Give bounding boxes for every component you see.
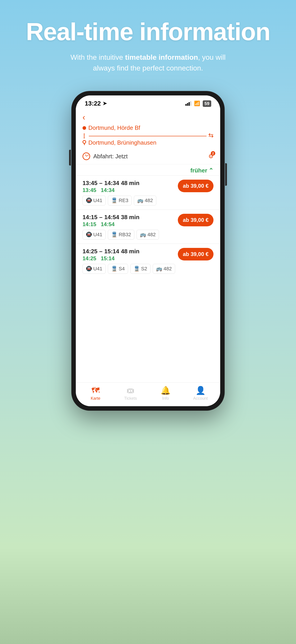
departure-left: Abfahrt: Jetzt <box>83 152 128 160</box>
realtime-arrive: 14:54 <box>101 221 114 228</box>
hero-title: Real-time information <box>0 18 296 45</box>
metro-icon: 🚇 <box>86 232 92 238</box>
connection-main-row: 13:45 – 14:34 48 min 13:45 14:34 <box>83 180 213 193</box>
bus-icon: 🚌 <box>156 266 162 272</box>
transport-label: 482 <box>145 198 153 204</box>
realtime-times: 13:45 14:34 <box>83 187 140 193</box>
signal-bar-4 <box>190 101 191 106</box>
scheduled-times: 14:15 – 14:54 38 min <box>83 214 140 221</box>
transport-tag: 🚇 U41 <box>83 230 106 240</box>
price-button[interactable]: ab 39,00 € <box>178 214 213 226</box>
pin-body <box>83 140 86 144</box>
price-button[interactable]: ab 39,00 € <box>178 180 213 192</box>
chevron-up-icon: ⌃ <box>209 167 213 174</box>
filter-badge: 2 <box>211 151 215 156</box>
stop-to-label: Dortmund, Brüninghausen <box>88 139 156 146</box>
transport-label: 482 <box>147 232 156 238</box>
dash-separator: – <box>99 248 103 255</box>
pin-stem <box>84 144 85 145</box>
connection-item[interactable]: 13:45 – 14:34 48 min 13:45 14:34 <box>76 175 220 210</box>
realtime-depart: 13:45 <box>83 187 96 193</box>
dash-separator: – <box>99 180 103 186</box>
back-button[interactable]: ‹ <box>83 113 85 122</box>
dash-2 <box>84 136 85 136</box>
connection-main-row: 14:25 – 15:14 48 min 14:25 15:14 <box>83 248 213 262</box>
clock-minute-hand <box>86 155 89 156</box>
realtime-arrive: 15:14 <box>101 255 114 262</box>
transport-label: U41 <box>93 198 102 204</box>
nav-item-karte[interactable]: 🗺 Karte <box>78 386 113 401</box>
filter-button[interactable]: ⚙ 2 <box>208 153 213 160</box>
realtime-times: 14:25 15:14 <box>83 255 140 262</box>
location-arrow-icon: ➤ <box>103 100 107 106</box>
transport-tag: 🚇 U41 <box>83 264 106 274</box>
hero-section: Real-time information With the intuitive… <box>0 0 296 82</box>
connections-list: 13:45 – 14:34 48 min 13:45 14:34 <box>76 175 220 382</box>
realtime-times: 14:15 14:54 <box>83 221 140 228</box>
signal-bar-1 <box>185 104 187 106</box>
route-header: ‹ Dortmund, Hörde Bf <box>76 109 220 148</box>
transport-tags: 🚇 U41 🚆 RE3 🚌 482 <box>83 196 213 206</box>
dash-separator: – <box>99 214 103 221</box>
arrive-time: 14:54 <box>104 214 119 221</box>
earlier-button[interactable]: früher ⌃ <box>190 167 213 174</box>
map-icon: 🗺 <box>92 386 100 395</box>
connection-times: 14:25 – 15:14 48 min 14:25 15:14 <box>83 248 140 262</box>
stop-from-label: Dortmund, Hörde Bf <box>88 124 140 131</box>
transport-tag: 🚌 482 <box>134 196 156 206</box>
duration: 48 min <box>121 248 139 255</box>
duration: 38 min <box>121 214 139 221</box>
dash-1 <box>84 134 85 135</box>
transport-label: U41 <box>93 232 102 238</box>
nav-item-account[interactable]: 👤 Account <box>183 386 218 401</box>
transport-tag: 🚌 482 <box>153 264 175 274</box>
swap-button[interactable]: ⇆ <box>208 132 213 139</box>
stop-to-row: Dortmund, Brüninghausen <box>83 139 208 146</box>
scheduled-times: 14:25 – 15:14 48 min <box>83 248 140 255</box>
connection-times: 14:15 – 14:54 38 min 14:15 14:54 <box>83 214 140 228</box>
signal-bar-3 <box>189 102 190 106</box>
transport-tags: 🚇 U41 🚆 S4 🚆 S2 <box>83 264 213 274</box>
bottom-nav: 🗺 Karte 🎟 Tickets 🔔 Info 👤 Account <box>76 382 220 406</box>
phone-mockup: 13:22 ➤ 📶 59 <box>72 92 224 410</box>
ticket-icon: 🎟 <box>127 386 135 395</box>
wifi-icon: 📶 <box>194 100 200 106</box>
arrive-time: 14:34 <box>104 180 119 186</box>
transport-label: U41 <box>93 266 102 272</box>
departure-label: Abfahrt: Jetzt <box>93 153 128 160</box>
status-bar: 13:22 ➤ 📶 59 <box>76 96 220 109</box>
arrive-time: 15:14 <box>104 248 119 255</box>
route-middle <box>83 134 208 138</box>
phone-outer: 13:22 ➤ 📶 59 <box>72 92 224 410</box>
train-icon: 🚆 <box>111 232 117 238</box>
metro-icon: 🚇 <box>86 266 92 272</box>
transport-label: RB32 <box>119 232 131 238</box>
route-row: Dortmund, Hörde Bf <box>83 124 213 146</box>
battery-indicator: 59 <box>203 100 211 107</box>
dash-3 <box>84 137 85 138</box>
nav-label-info: Info <box>162 396 169 401</box>
person-icon: 👤 <box>195 386 206 395</box>
time-display: 13:22 <box>85 100 101 107</box>
earlier-row: früher ⌃ <box>76 164 220 175</box>
train-icon: 🚆 <box>111 198 117 204</box>
nav-item-tickets[interactable]: 🎟 Tickets <box>113 386 148 401</box>
bus-icon: 🚌 <box>140 232 146 238</box>
earlier-label: früher <box>190 167 207 174</box>
connection-item[interactable]: 14:25 – 15:14 48 min 14:25 15:14 <box>76 244 220 278</box>
departure-row: Abfahrt: Jetzt ⚙ 2 <box>76 148 220 164</box>
hero-subtitle: With the intuitive timetable information… <box>70 52 226 74</box>
connection-item[interactable]: 14:15 – 14:54 38 min 14:15 14:54 <box>76 210 220 244</box>
origin-dot-icon <box>83 126 86 130</box>
connection-times: 13:45 – 14:34 48 min 13:45 14:34 <box>83 180 140 193</box>
duration: 48 min <box>121 180 139 186</box>
transport-tags: 🚇 U41 🚆 RB32 🚌 482 <box>83 230 213 240</box>
route-dashes-icon <box>84 134 85 138</box>
nav-item-info[interactable]: 🔔 Info <box>148 386 183 401</box>
clock-icon <box>83 152 90 160</box>
phone-screen: 13:22 ➤ 📶 59 <box>76 96 220 406</box>
price-button[interactable]: ab 39,00 € <box>178 248 213 260</box>
nav-label-karte: Karte <box>91 396 100 401</box>
app-content: ‹ Dortmund, Hörde Bf <box>76 109 220 406</box>
realtime-depart: 14:25 <box>83 255 96 262</box>
